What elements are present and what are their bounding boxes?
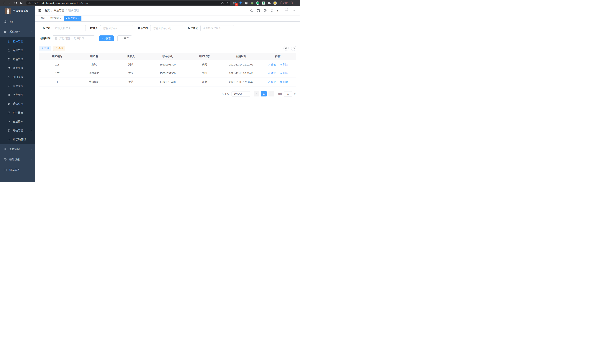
goto-page-input[interactable] [284, 91, 292, 96]
next-page-button[interactable] [268, 91, 274, 96]
browser-profile-avatar[interactable] [273, 1, 277, 5]
sidebar-item-audit-log[interactable]: 审计日志 [0, 108, 35, 117]
refresh-icon [120, 37, 123, 40]
toggle-search-button[interactable] [283, 46, 289, 51]
edit-button[interactable]: 修改 [268, 72, 276, 75]
sidebar-item-system[interactable]: 系统管理 [0, 27, 35, 37]
export-button[interactable]: 导出 [53, 46, 65, 51]
extension-swatches-icon[interactable]: 10 [233, 1, 236, 5]
tenant-page: 租户名 联系人 联系手机 租户状态 请选择租户状态 [35, 21, 300, 182]
toolbox-icon [4, 168, 7, 171]
delete-button[interactable]: 删除 [280, 63, 288, 66]
caret-down-icon [293, 9, 295, 12]
col-tenant-id: 租户编号 [39, 53, 76, 60]
sidebar-item-home[interactable]: 首页 [0, 16, 35, 27]
extension-command-icon[interactable] [244, 1, 248, 5]
page-size-select[interactable]: 10条/页 [232, 91, 250, 96]
github-icon[interactable] [256, 9, 260, 12]
address-bar[interactable]: 不安全 dashboard.yudao.iocoder.cn/system/te… [26, 1, 230, 5]
roles-icon [7, 58, 10, 61]
sidebar-item-menu[interactable]: 菜单管理 [0, 64, 35, 73]
tag-home[interactable]: 首页 [39, 16, 47, 21]
sidebar-item-online-users[interactable]: 在线用户 [0, 117, 35, 126]
col-mobile: 联系手机 [149, 53, 186, 60]
delete-button[interactable]: 删除 [280, 80, 288, 84]
date-end-input[interactable] [73, 37, 85, 40]
sidebar-item-post[interactable]: 岗位管理 [0, 82, 35, 91]
close-icon[interactable]: × [78, 17, 80, 19]
post-badge-icon [7, 84, 10, 88]
contact-input[interactable] [100, 25, 133, 31]
font-size-icon[interactable] [277, 9, 281, 12]
breadcrumb-system[interactable]: 系统管理 [54, 9, 64, 12]
add-button[interactable]: 新增 [39, 46, 51, 51]
code-icon [7, 138, 10, 141]
tags-view-bar: 首页 部门管理 × 租户管理 × [35, 15, 300, 21]
app-logo[interactable]: 芋道管理系统 [0, 6, 35, 16]
yen-icon [4, 148, 7, 151]
sidebar-item-dict[interactable]: 字典管理 [0, 91, 35, 99]
sidebar-item-dept[interactable]: 部门管理 [0, 73, 35, 82]
filter-status: 租户状态 请选择租户状态 [188, 25, 234, 31]
url-text[interactable]: dashboard.yudao.iocoder.cn/system/tenant [42, 2, 88, 4]
user-avatar-dropdown[interactable] [284, 7, 295, 14]
sidebar-item-dev-tools[interactable]: 研发工具 [0, 165, 35, 175]
sidebar-item-user[interactable]: 用户管理 [0, 46, 35, 55]
reset-button[interactable]: 重置 [117, 36, 132, 41]
refresh-table-button[interactable] [291, 46, 296, 51]
search-button[interactable]: 搜索 [99, 36, 114, 41]
navbar-actions [250, 7, 295, 14]
browser-update-button[interactable]: 更新 [281, 1, 293, 5]
close-icon[interactable]: × [60, 17, 61, 19]
bookmark-star-icon[interactable] [225, 1, 229, 5]
sidebar-item-role[interactable]: 角色管理 [0, 55, 35, 64]
omnibox-divider [41, 2, 41, 4]
page-number-1[interactable]: 1 [261, 91, 267, 96]
breadcrumb-home[interactable]: 首页 [45, 9, 50, 12]
extension-balloon-icon[interactable] [239, 1, 242, 5]
browser-home-button[interactable] [19, 1, 24, 5]
svg-text:Y: Y [257, 2, 258, 4]
date-range-picker[interactable]: - [53, 36, 95, 41]
broken-image-icon [284, 7, 288, 11]
sidebar-item-tenant[interactable]: 租户管理 [0, 37, 35, 46]
browser-back-button[interactable] [2, 1, 6, 5]
browser-forward-button[interactable] [8, 1, 12, 5]
fullscreen-icon[interactable] [270, 9, 274, 12]
tag-tenant[interactable]: 租户管理 × [64, 16, 82, 21]
url-path: /system/tenant [73, 2, 88, 4]
security-label: 不安全 [32, 1, 39, 5]
mobile-label: 联系手机 [138, 27, 148, 30]
sidebar-item-infrastructure[interactable]: 基础设施 [0, 154, 35, 165]
chevron-left-icon [255, 93, 258, 95]
edit-button[interactable]: 修改 [268, 80, 276, 84]
help-icon[interactable] [263, 9, 267, 12]
extension-y-icon[interactable]: Y [256, 1, 260, 5]
extension-recorder-icon[interactable] [250, 1, 254, 5]
browser-reload-button[interactable] [13, 1, 18, 5]
site-security-chip[interactable]: 不安全 [28, 1, 39, 5]
tenant-name-input[interactable] [53, 25, 86, 31]
extensions-puzzle-icon[interactable] [268, 1, 271, 5]
date-start-input[interactable] [58, 37, 71, 40]
menu-tree-icon [7, 67, 10, 70]
sidebar-fold-button[interactable] [35, 6, 45, 15]
sidebar-item-payment[interactable]: 支付管理 [0, 144, 35, 154]
sidebar-item-notice[interactable]: 通知公告 [0, 99, 35, 108]
breadcrumb-current: 租户管理 [68, 9, 79, 12]
monitor-icon [4, 158, 7, 161]
table-toolbar: 新增 导出 [39, 46, 296, 51]
table-row: 108 测试 测试 15601691300 关闭 2021-12-14 21:0… [39, 60, 296, 69]
tag-dept[interactable]: 部门管理 × [48, 16, 63, 21]
sidebar-item-error-code[interactable]: 错误码管理 [0, 135, 35, 144]
sidebar-item-sms[interactable]: 短信管理 [0, 126, 35, 135]
edit-button[interactable]: 修改 [268, 63, 276, 66]
status-select[interactable]: 请选择租户状态 [200, 25, 234, 31]
prev-page-button[interactable] [254, 91, 259, 96]
header-search-icon[interactable] [250, 9, 253, 12]
mobile-input[interactable] [150, 25, 183, 31]
share-icon[interactable] [220, 1, 225, 5]
extension-chat-icon[interactable] [262, 1, 265, 5]
dashboard-icon [4, 20, 7, 23]
delete-button[interactable]: 删除 [280, 72, 288, 75]
